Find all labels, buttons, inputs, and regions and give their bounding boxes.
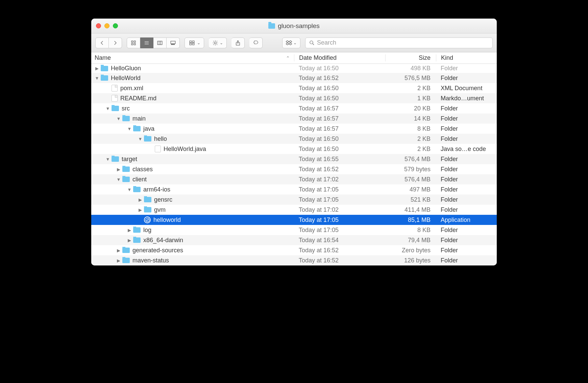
- disclosure-triangle-icon[interactable]: ▼: [127, 187, 132, 192]
- cell-date: Today at 17:02: [294, 206, 385, 213]
- cell-name: ▼java: [91, 125, 294, 132]
- file-row[interactable]: helloworldToday at 17:0585,1 MBApplicati…: [91, 215, 497, 225]
- header-kind[interactable]: Kind: [436, 54, 497, 61]
- share-button[interactable]: [231, 37, 245, 48]
- cell-name: README.md: [91, 95, 294, 102]
- file-row[interactable]: ▶gensrcToday at 17:05521 KBFolder: [91, 195, 497, 205]
- file-row[interactable]: ▶logToday at 17:058 KBFolder: [91, 225, 497, 235]
- tags-button[interactable]: [249, 37, 263, 48]
- cell-size: 497 MB: [385, 186, 436, 193]
- disclosure-triangle-icon[interactable]: ▶: [116, 167, 121, 172]
- file-row[interactable]: ▼mainToday at 16:5714 KBFolder: [91, 113, 497, 124]
- file-row[interactable]: ▶maven-statusToday at 16:52126 bytesFold…: [91, 255, 497, 265]
- cell-date: Today at 16:52: [294, 166, 385, 173]
- cell-kind: Application: [436, 216, 497, 224]
- svg-rect-10: [171, 41, 175, 44]
- svg-rect-14: [190, 41, 191, 43]
- disclosure-triangle-icon[interactable]: ▶: [127, 238, 132, 243]
- search-input[interactable]: [317, 39, 489, 46]
- cell-date: Today at 16:50: [294, 135, 385, 143]
- header-date[interactable]: Date Modified: [294, 54, 385, 61]
- cell-size: 521 KB: [385, 196, 436, 203]
- file-name: x86_64-darwin: [143, 237, 183, 244]
- cell-size: 8 KB: [385, 125, 436, 132]
- cell-kind: Folder: [436, 166, 497, 173]
- group-button[interactable]: ⌄: [185, 37, 204, 48]
- header-size[interactable]: Size: [385, 54, 436, 61]
- file-row[interactable]: ▼targetToday at 16:55576,4 MBFolder: [91, 154, 497, 164]
- file-row[interactable]: ▼srcToday at 16:5720 KBFolder: [91, 103, 497, 113]
- cell-name: HelloWorld.java: [91, 146, 294, 153]
- disclosure-triangle-icon[interactable]: ▼: [105, 106, 110, 111]
- file-row[interactable]: ▶classesToday at 16:52579 bytesFolder: [91, 164, 497, 174]
- cell-kind: Folder: [436, 105, 497, 112]
- finder-window: gluon-samples ⌄ ⌄ ⌄ Name ⌃ Date Modified: [91, 19, 497, 265]
- file-row[interactable]: ▼helloToday at 16:502 KBFolder: [91, 134, 497, 144]
- cell-size: 576,4 MB: [385, 156, 436, 163]
- disclosure-triangle-icon[interactable]: ▼: [95, 76, 99, 81]
- back-button[interactable]: [95, 37, 109, 48]
- file-row[interactable]: ▼arm64-iosToday at 17:05497 MBFolder: [91, 184, 497, 195]
- cell-date: Today at 17:05: [294, 227, 385, 234]
- cell-kind: Folder: [436, 135, 497, 143]
- file-row[interactable]: ▶HelloGluonToday at 16:50498 KBFolder: [91, 64, 497, 73]
- file-row[interactable]: README.mdToday at 16:501 KBMarkdo…ument: [91, 93, 497, 103]
- header-name[interactable]: Name ⌃: [91, 54, 294, 61]
- folder-icon: [133, 237, 141, 243]
- file-row[interactable]: ▼javaToday at 16:578 KBFolder: [91, 124, 497, 134]
- close-window-button[interactable]: [96, 23, 101, 28]
- cell-name: ▶classes: [91, 166, 294, 173]
- cell-date: Today at 16:57: [294, 125, 385, 132]
- disclosure-triangle-icon[interactable]: ▶: [116, 258, 121, 263]
- svg-rect-7: [157, 41, 162, 45]
- cell-date: Today at 17:02: [294, 176, 385, 183]
- file-row[interactable]: ▶gvmToday at 17:02411,4 MBFolder: [91, 205, 497, 215]
- cell-date: Today at 17:05: [294, 186, 385, 193]
- file-row[interactable]: ▼HelloWorldToday at 16:52576,5 MBFolder: [91, 73, 497, 83]
- disclosure-triangle-icon[interactable]: ▶: [138, 207, 143, 212]
- titlebar[interactable]: gluon-samples: [91, 19, 497, 33]
- search-field[interactable]: [305, 37, 493, 48]
- window-title-text: gluon-samples: [278, 22, 320, 30]
- folder-icon: [144, 136, 151, 142]
- cell-kind: Folder: [436, 247, 497, 254]
- dropbox-button[interactable]: ⌄: [282, 37, 300, 48]
- forward-button[interactable]: [109, 37, 122, 48]
- svg-rect-0: [131, 41, 133, 43]
- disclosure-triangle-icon[interactable]: ▼: [116, 177, 121, 182]
- disclosure-triangle-icon[interactable]: ▼: [116, 116, 121, 121]
- folder-icon: [122, 258, 130, 263]
- file-name: java: [143, 125, 154, 132]
- file-row[interactable]: pom.xmlToday at 16:502 KBXML Document: [91, 83, 497, 93]
- disclosure-triangle-icon[interactable]: ▶: [138, 197, 143, 202]
- icon-view-button[interactable]: [127, 37, 140, 48]
- zoom-window-button[interactable]: [113, 23, 118, 28]
- gallery-view-button[interactable]: [167, 37, 180, 48]
- disclosure-triangle-icon[interactable]: ▶: [127, 228, 132, 233]
- column-view-button[interactable]: [153, 37, 167, 48]
- file-row[interactable]: HelloWorld.javaToday at 16:502 KBJava so…: [91, 144, 497, 154]
- file-row[interactable]: ▶generated-sourcesToday at 16:52Zero byt…: [91, 245, 497, 255]
- list-view-button[interactable]: [140, 37, 153, 48]
- disclosure-triangle-icon[interactable]: ▶: [95, 66, 99, 71]
- window-title: gluon-samples: [91, 22, 497, 30]
- svg-rect-11: [171, 44, 172, 45]
- minimize-window-button[interactable]: [104, 23, 109, 28]
- file-row[interactable]: ▼clientToday at 17:02576,4 MBFolder: [91, 174, 497, 184]
- cell-kind: Folder: [436, 156, 497, 163]
- action-button[interactable]: ⌄: [209, 37, 227, 48]
- disclosure-triangle-icon[interactable]: ▼: [127, 126, 132, 131]
- cell-name: ▶gensrc: [91, 196, 294, 203]
- disclosure-triangle-icon[interactable]: ▼: [105, 157, 110, 162]
- svg-marker-22: [286, 43, 289, 45]
- svg-rect-1: [134, 41, 136, 43]
- folder-icon: [144, 197, 151, 202]
- file-row[interactable]: ▶x86_64-darwinToday at 16:5479,4 MBFolde…: [91, 235, 497, 245]
- cell-kind: Java so…e code: [436, 146, 497, 153]
- cell-size: 498 KB: [385, 65, 436, 72]
- disclosure-triangle-icon[interactable]: ▶: [116, 248, 121, 253]
- disclosure-triangle-icon[interactable]: ▼: [138, 136, 143, 142]
- cell-size: 579 bytes: [385, 166, 436, 173]
- folder-icon: [133, 187, 141, 192]
- cell-size: 79,4 MB: [385, 237, 436, 244]
